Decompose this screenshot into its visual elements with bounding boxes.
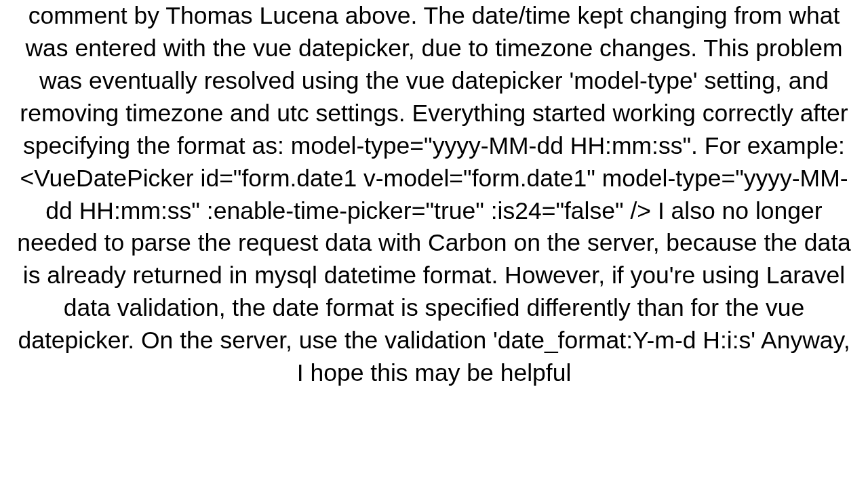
comment-body-text: comment by Thomas Lucena above. The date… xyxy=(14,0,854,390)
